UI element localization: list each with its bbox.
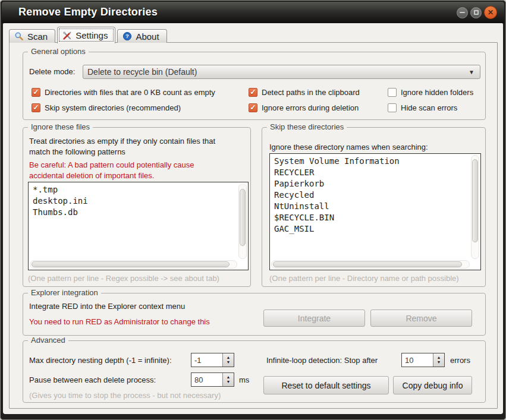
tab-settings[interactable]: Settings	[57, 27, 115, 43]
maximize-icon	[474, 10, 479, 15]
tab-label: About	[136, 31, 159, 42]
group-legend: Skip these directories	[267, 122, 347, 131]
checkbox-box[interactable]: ✓	[249, 103, 257, 112]
loop-errors-unit: errors	[450, 356, 470, 365]
checkbox-detect-clipboard[interactable]: ✓ Detect paths in the clipboard	[249, 87, 360, 97]
spinner-up-icon[interactable]: ▲	[437, 355, 441, 360]
file-patterns-textarea[interactable]: *.tmp desktop.ini Thumbs.db	[28, 182, 249, 270]
spinner-buttons[interactable]: ▲ ▼	[433, 353, 444, 367]
checkbox-box[interactable]: ✓	[388, 103, 397, 112]
svg-text:?: ?	[126, 33, 130, 39]
advanced-hint: (Gives you time to stop the process - bu…	[29, 391, 221, 400]
group-legend: Ignore these files	[28, 122, 93, 131]
dir-patterns-text[interactable]: System Volume Information RECYCLER Papie…	[274, 156, 467, 258]
ignore-files-warning: Be careful: A bad pattern could potentia…	[29, 160, 203, 181]
tab-about[interactable]: ? About	[117, 29, 166, 43]
skip-dirs-group: Skip these directories Ignore these dire…	[262, 127, 486, 287]
checkbox-hide-scan-errors[interactable]: ✓ Hide scan errors	[388, 103, 457, 112]
minimize-button[interactable]	[457, 7, 468, 18]
explorer-warning: You need to run RED as Administrator to …	[29, 317, 210, 327]
pause-spinner[interactable]: 80 ▲ ▼	[191, 372, 234, 387]
close-icon: ✕	[488, 9, 494, 16]
general-options-group: General options Delete mode: Delete to r…	[23, 52, 486, 120]
maximize-button[interactable]	[470, 7, 482, 18]
explorer-integration-group: Explorer integration Integrate RED into …	[23, 293, 486, 336]
loop-errors-value[interactable]: 10	[402, 353, 433, 367]
tab-label: Scan	[27, 31, 48, 42]
checkbox-label: Detect paths in the clipboard	[262, 88, 360, 97]
pause-value[interactable]: 80	[191, 373, 222, 386]
checkbox-label: Hide scan errors	[401, 103, 457, 112]
checkbox-box[interactable]: ✓	[249, 88, 257, 97]
group-legend: Advanced	[28, 336, 68, 345]
tab-scan[interactable]: Scan	[9, 29, 55, 43]
pause-unit: ms	[239, 375, 249, 384]
nesting-depth-label: Max directory nesting depth (-1 = infini…	[29, 356, 172, 365]
checkbox-label: Ignore hidden folders	[401, 88, 473, 97]
remove-button[interactable]: Remove	[370, 310, 472, 327]
tab-bar: Scan Settings ?	[9, 26, 169, 43]
checkbox-ignore-errors[interactable]: ✓ Ignore errors during deletion	[249, 103, 359, 112]
checkbox-skip-system-dirs[interactable]: ✓ Skip system directories (recommended)	[32, 103, 181, 112]
spinner-down-icon[interactable]: ▼	[227, 360, 231, 365]
loop-errors-spinner[interactable]: 10 ▲ ▼	[401, 353, 445, 367]
loop-detection-label: Infinite-loop detection: Stop after	[266, 356, 378, 365]
help-icon: ?	[122, 31, 132, 41]
scrollbar-thumb[interactable]	[273, 261, 462, 267]
scrollbar-thumb[interactable]	[240, 189, 246, 246]
ignore-files-hint: (One pattern per line - Regex possible -…	[28, 274, 219, 283]
window-content: Scan Settings ?	[3, 23, 503, 414]
app-window: Remove Empty Directories ✕ Scan	[0, 0, 506, 420]
spinner-down-icon[interactable]: ▼	[437, 360, 441, 365]
reset-defaults-button[interactable]: Reset to default settings	[263, 376, 389, 394]
dropdown-arrow-icon: ▼	[469, 69, 474, 75]
titlebar[interactable]: Remove Empty Directories ✕	[2, 2, 504, 23]
spinner-up-icon[interactable]: ▲	[227, 375, 231, 380]
magnifier-icon	[14, 31, 24, 41]
checkbox-label: Directories with files that are 0 KB cou…	[45, 88, 215, 97]
file-patterns-text[interactable]: *.tmp desktop.ini Thumbs.db	[33, 184, 235, 258]
vertical-scrollbar[interactable]	[238, 184, 247, 259]
checkbox-label: Ignore errors during deletion	[262, 103, 359, 112]
dir-patterns-textarea[interactable]: System Volume Information RECYCLER Papie…	[269, 153, 481, 270]
nesting-depth-value[interactable]: -1	[191, 353, 222, 367]
settings-tab-page: General options Delete mode: Delete to r…	[9, 42, 498, 409]
checkbox-zero-kb-empty[interactable]: ✓ Directories with files that are 0 KB c…	[32, 87, 215, 97]
copy-debug-button[interactable]: Copy debug info	[393, 376, 472, 394]
ignore-files-description: Treat directories as empty if they only …	[29, 136, 221, 157]
minimize-icon	[460, 12, 465, 13]
advanced-group: Advanced Max directory nesting depth (-1…	[23, 340, 486, 403]
tab-label: Settings	[76, 30, 108, 40]
check-icon: ✓	[250, 104, 256, 111]
tools-icon	[62, 31, 72, 40]
delete-mode-value: Delete to recycle bin (Default)	[87, 67, 197, 77]
horizontal-scrollbar[interactable]	[271, 260, 470, 269]
spinner-buttons[interactable]: ▲ ▼	[222, 373, 234, 386]
checkbox-box[interactable]: ✓	[32, 103, 40, 112]
delete-mode-label: Delete mode:	[29, 67, 75, 76]
checkbox-label: Skip system directories (recommended)	[45, 103, 181, 112]
group-legend: Explorer integration	[28, 288, 101, 297]
horizontal-scrollbar[interactable]	[30, 260, 237, 269]
scrollbar-thumb[interactable]	[32, 261, 230, 267]
window-title: Remove Empty Directories	[18, 6, 158, 18]
check-icon: ✓	[250, 89, 256, 96]
vertical-scrollbar[interactable]	[471, 155, 479, 259]
skip-dirs-description: Ignore these directory names when search…	[269, 142, 477, 153]
checkbox-box[interactable]: ✓	[32, 88, 40, 97]
check-icon: ✓	[33, 104, 39, 111]
spinner-down-icon[interactable]: ▼	[227, 380, 231, 384]
window-controls: ✕	[457, 2, 497, 23]
integrate-button[interactable]: Integrate	[263, 310, 365, 327]
checkbox-box[interactable]: ✓	[388, 88, 397, 97]
scrollbar-thumb[interactable]	[472, 159, 478, 242]
ignore-files-group: Ignore these files Treat directories as …	[23, 127, 251, 287]
checkbox-ignore-hidden[interactable]: ✓ Ignore hidden folders	[388, 87, 473, 97]
spinner-buttons[interactable]: ▲ ▼	[222, 353, 234, 367]
close-button[interactable]: ✕	[484, 6, 497, 19]
spinner-up-icon[interactable]: ▲	[227, 355, 231, 360]
nesting-depth-spinner[interactable]: -1 ▲ ▼	[191, 353, 234, 367]
delete-mode-select[interactable]: Delete to recycle bin (Default) ▼	[83, 65, 480, 79]
explorer-description: Integrate RED into the Explorer context …	[29, 302, 185, 311]
skip-dirs-hint: (One pattern per line - Directory name o…	[269, 274, 459, 283]
